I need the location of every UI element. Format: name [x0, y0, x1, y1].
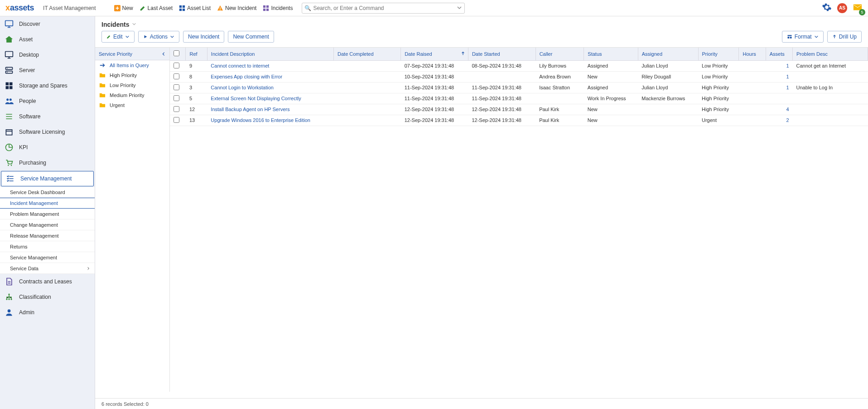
assets-link[interactable]: 1 [786, 63, 789, 68]
column-header-assigned[interactable]: Assigned [638, 48, 698, 60]
column-header-status[interactable]: Status [584, 48, 638, 60]
select-all-checkbox[interactable] [174, 50, 179, 56]
people-icon [5, 97, 14, 106]
sub-item-label: Incident Management [10, 200, 58, 206]
table-row[interactable]: 9 Cannot connect to internet 07-Sep-2024… [170, 60, 868, 71]
row-checkbox[interactable] [174, 63, 179, 68]
new-comment-button[interactable]: New Comment [228, 31, 274, 43]
cell-description-link[interactable]: Cannot Login to Workstation [211, 85, 274, 90]
horizontal-scrollbar[interactable] [95, 392, 868, 398]
logo-assets: assets [10, 3, 34, 13]
cell-assigned: Julian Lloyd [638, 60, 698, 71]
notifications-icon[interactable]: 5 [853, 2, 863, 14]
sidebar-sub-service-management[interactable]: Service Management [0, 252, 95, 263]
sidebar-item-label: Contracts and Leases [19, 278, 72, 285]
sidebar-item-contracts-and-leases[interactable]: Contracts and Leases [0, 274, 95, 289]
filter-item-all-items-in-query[interactable]: All Items in Query [95, 60, 169, 70]
sidebar-item-purchasing[interactable]: Purchasing [0, 155, 95, 170]
row-checkbox[interactable] [174, 73, 179, 79]
table-row[interactable]: 5 External Screen Not Displaying Correct… [170, 93, 868, 104]
sidebar-item-software-licensing[interactable]: Software Licensing [0, 124, 95, 140]
sidebar-sub-service-desk-dashboard[interactable]: Service Desk Dashboard [0, 187, 95, 198]
column-header-problem-desc[interactable]: Problem Desc [793, 48, 868, 60]
format-button[interactable]: Format [782, 31, 824, 43]
sidebar-item-asset[interactable]: Asset [0, 32, 95, 47]
column-header-date-raised[interactable]: Date Raised [401, 48, 468, 60]
column-header-hours[interactable]: Hours [739, 48, 766, 60]
sidebar-item-service-management[interactable]: Service Management [1, 171, 94, 186]
top-action-new-incident[interactable]: New Incident [217, 5, 256, 11]
cell-description-link[interactable]: Upgrade Windows 2016 to Enterprise Editi… [211, 117, 310, 123]
cell-status: Assigned [584, 82, 638, 93]
filter-item-high-priority[interactable]: High Priority [95, 70, 169, 80]
avatar[interactable]: AS [837, 3, 847, 13]
sidebar-sub-change-management[interactable]: Change Management [0, 219, 95, 230]
filter-item-urgent[interactable]: Urgent [95, 100, 169, 110]
column-header-incident-description[interactable]: Incident Description [207, 48, 333, 60]
sidebar-sub-release-management[interactable]: Release Management [0, 230, 95, 241]
sidebar-item-classification[interactable]: Classification [0, 289, 95, 305]
sidebar-item-storage-and-spares[interactable]: Storage and Spares [0, 78, 95, 93]
row-checkbox[interactable] [174, 106, 179, 112]
new-comment-label: New Comment [233, 34, 269, 40]
edit-button[interactable]: Edit [101, 31, 135, 43]
assets-link[interactable]: 1 [786, 74, 789, 79]
table-row[interactable]: 3 Cannot Login to Workstation 11-Sep-202… [170, 82, 868, 93]
sidebar-item-people[interactable]: People [0, 93, 95, 109]
filter-item-low-priority[interactable]: Low Priority [95, 80, 169, 90]
sidebar-item-label: Classification [19, 294, 51, 300]
top-action-incidents[interactable]: Incidents [263, 5, 293, 11]
column-header-checkbox[interactable] [170, 48, 186, 60]
row-checkbox[interactable] [174, 95, 179, 101]
new-incident-button[interactable]: New Incident [183, 31, 224, 43]
column-header-assets[interactable]: Assets [766, 48, 792, 60]
cell-assets: 4 [766, 104, 792, 115]
app-title: IT Asset Management [43, 5, 96, 11]
column-header-ref[interactable]: Ref [186, 48, 207, 60]
assets-link[interactable]: 2 [786, 117, 789, 123]
search-chevron-icon[interactable] [457, 5, 462, 12]
cell-ref: 3 [186, 82, 207, 93]
sidebar-sub-returns[interactable]: Returns [0, 241, 95, 252]
table-row[interactable]: 8 Expenses App closing with Error 10-Sep… [170, 71, 868, 82]
column-header-date-completed[interactable]: Date Completed [334, 48, 401, 60]
top-action-asset-list[interactable]: Asset List [179, 5, 211, 11]
pie-icon [5, 143, 14, 152]
filter-header[interactable]: Service Priority [95, 48, 169, 60]
cell-raised: 10-Sep-2024 19:31:48 [401, 71, 468, 82]
sidebar-sub-service-data[interactable]: Service Data [0, 263, 95, 274]
row-checkbox[interactable] [174, 117, 179, 123]
filter-item-medium-priority[interactable]: Medium Priority [95, 90, 169, 100]
table-row[interactable]: 13 Upgrade Windows 2016 to Enterprise Ed… [170, 115, 868, 126]
table-row[interactable]: 12 Install Backup Agent on HP Servers 12… [170, 104, 868, 115]
actions-button[interactable]: Actions [138, 31, 179, 43]
logo[interactable]: xassets [5, 3, 34, 13]
column-header-caller[interactable]: Caller [535, 48, 584, 60]
cell-description-link[interactable]: Install Backup Agent on HP Servers [211, 107, 289, 112]
sidebar-item-software[interactable]: Software [0, 109, 95, 124]
sidebar-item-admin[interactable]: Admin [0, 305, 95, 320]
top-action-last-asset[interactable]: Last Asset [140, 5, 173, 11]
assets-link[interactable]: 4 [786, 107, 789, 112]
assets-link[interactable]: 1 [786, 85, 789, 90]
sidebar-sub-incident-management[interactable]: Incident Management [0, 198, 95, 209]
column-header-date-started[interactable]: Date Started [468, 48, 535, 60]
gear-icon[interactable] [822, 2, 832, 14]
list-icon [5, 112, 14, 121]
sidebar-item-desktop[interactable]: Desktop [0, 47, 95, 63]
sidebar-item-kpi[interactable]: KPI [0, 140, 95, 155]
sidebar-item-discover[interactable]: Discover [0, 16, 95, 32]
column-header-priority[interactable]: Priority [698, 48, 739, 60]
collapse-icon[interactable] [161, 52, 166, 56]
cell-description-link[interactable]: External Screen Not Displaying Correctly [211, 96, 301, 101]
sidebar-sub-problem-management[interactable]: Problem Management [0, 209, 95, 219]
cell-description-link[interactable]: Expenses App closing with Error [211, 74, 282, 79]
cell-assigned: Riley Dougall [638, 71, 698, 82]
cell-description-link[interactable]: Cannot connect to internet [211, 63, 269, 68]
row-checkbox[interactable] [174, 84, 179, 90]
drill-up-button[interactable]: Drill Up [827, 31, 862, 43]
page-title-chevron-icon[interactable] [132, 21, 136, 28]
search-input[interactable] [302, 3, 465, 14]
top-action-new[interactable]: New [114, 5, 133, 11]
sidebar-item-server[interactable]: Server [0, 63, 95, 78]
